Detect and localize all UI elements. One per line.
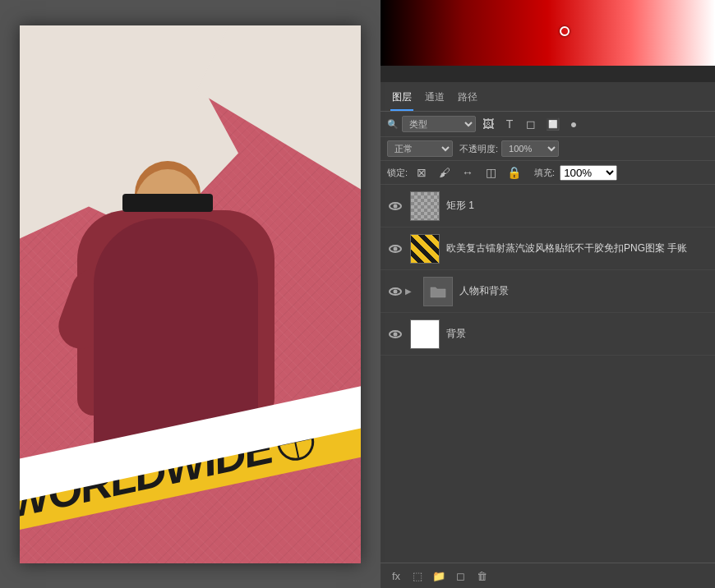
layer-thumbnail: [423, 277, 453, 306]
layer-visibility-toggle[interactable]: [387, 283, 404, 300]
layers-panel: 图层 通道 路径 🔍 类型 🖼 T ◻ 🔲 ● 正常 不透明度: 100%: [381, 82, 715, 588]
layer-thumbnail: [410, 191, 440, 221]
lock-label: 锁定:: [387, 167, 408, 179]
color-picker[interactable]: [381, 0, 715, 82]
layer-name: 欧美复古镭射蒸汽波风格贴纸不干胶免扣PNG图案 手账: [446, 241, 708, 255]
lock-position-icon[interactable]: ↔: [459, 163, 477, 181]
add-mask-button[interactable]: ⬚: [408, 567, 427, 585]
opacity-label: 不透明度:: [459, 143, 498, 155]
layer-visibility-toggle[interactable]: [387, 241, 404, 257]
eye-icon: [389, 202, 402, 210]
fill-label: 填充:: [534, 167, 555, 179]
right-panel: 图层 通道 路径 🔍 类型 🖼 T ◻ 🔲 ● 正常 不透明度: 100%: [381, 0, 715, 588]
eye-icon: [389, 245, 402, 253]
opacity-select[interactable]: 100%: [501, 140, 559, 157]
layer-item[interactable]: 矩形 1: [381, 185, 715, 227]
shape-icon[interactable]: ◻: [522, 115, 540, 133]
create-layer-button[interactable]: ◻: [451, 567, 469, 585]
lock-row: 锁定: ⊠ 🖌 ↔ ◫ 🔒 填充: 100%: [381, 161, 715, 185]
eye-icon: [389, 330, 402, 338]
layer-visibility-toggle[interactable]: [387, 326, 404, 342]
filter-icon[interactable]: ●: [565, 115, 583, 133]
layer-thumbnail: [410, 319, 440, 349]
blend-mode-select[interactable]: 正常: [387, 140, 453, 157]
layer-name: 矩形 1: [446, 199, 708, 213]
layer-item[interactable]: 背景: [381, 313, 715, 356]
tab-channels[interactable]: 通道: [423, 87, 446, 111]
layer-name: 背景: [446, 327, 708, 341]
color-circle-handle[interactable]: [560, 26, 570, 36]
tab-paths[interactable]: 路径: [456, 87, 479, 111]
layer-visibility-toggle[interactable]: [387, 198, 404, 214]
lock-transparent-icon[interactable]: ⊠: [413, 163, 431, 181]
lock-artboard-icon[interactable]: ◫: [482, 163, 500, 181]
image-icon[interactable]: 🖼: [479, 115, 497, 133]
delete-layer-button[interactable]: 🗑: [473, 567, 491, 585]
layer-item[interactable]: 欧美复古镭射蒸汽波风格贴纸不干胶免扣PNG图案 手账: [381, 227, 715, 270]
person-blindfold: [122, 194, 213, 212]
layer-name: 人物和背景: [459, 284, 708, 298]
search-toolbar: 🔍 类型 🖼 T ◻ 🔲 ●: [381, 112, 715, 137]
lock-image-icon[interactable]: 🖌: [436, 163, 454, 181]
tabs-row: 图层 通道 路径: [381, 82, 715, 112]
layer-item[interactable]: ▶ 人物和背景: [381, 270, 715, 313]
layer-thumbnail: [410, 234, 440, 264]
layers-bottom-bar: fx ⬚ 📁 ◻ 🗑: [381, 563, 715, 588]
blend-toolbar: 正常 不透明度: 100%: [381, 137, 715, 161]
folder-arrow-icon[interactable]: ▶: [404, 287, 413, 296]
smart-icon[interactable]: 🔲: [543, 115, 561, 133]
layers-list: 矩形 1 欧美复古镭射蒸汽波风格贴纸不干胶免扣PNG图案 手账 ▶: [381, 185, 715, 563]
canvas-wrapper: WORLDWIDE: [20, 25, 361, 563]
fill-select[interactable]: 100%: [560, 165, 617, 181]
add-style-button[interactable]: fx: [387, 567, 405, 585]
type-select[interactable]: 类型: [402, 116, 476, 132]
lock-all-icon[interactable]: 🔒: [505, 163, 523, 181]
canvas-area: WORLDWIDE: [0, 0, 381, 588]
eye-icon: [389, 287, 402, 296]
tab-layers[interactable]: 图层: [390, 87, 413, 111]
canvas-background: WORLDWIDE: [20, 25, 361, 563]
search-icon: 🔍: [387, 119, 399, 130]
color-gradient[interactable]: [381, 0, 715, 66]
create-group-button[interactable]: 📁: [430, 567, 448, 585]
text-icon[interactable]: T: [501, 115, 519, 133]
